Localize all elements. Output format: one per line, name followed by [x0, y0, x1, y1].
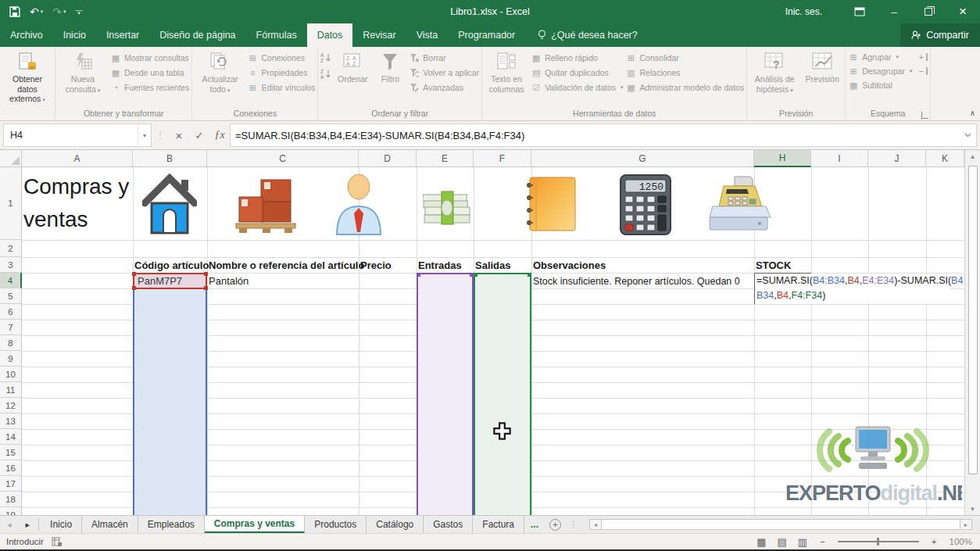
row-header-9[interactable]: 9	[0, 351, 22, 367]
hide-detail-button[interactable]: −	[919, 67, 928, 75]
boxes-icon[interactable]	[233, 177, 299, 234]
cell-g3[interactable]: Observaciones	[533, 257, 606, 273]
name-box-caret-icon[interactable]: ▾	[138, 124, 151, 146]
scroll-right-icon[interactable]: ▸	[960, 520, 971, 529]
show-detail-button[interactable]: +	[919, 53, 928, 61]
column-header-J[interactable]: J	[868, 150, 926, 167]
more-sheets-indicator[interactable]: ...	[524, 516, 545, 533]
ribbon-button-avanzadas[interactable]: Avanzadas	[409, 82, 479, 93]
sheet-tab-catalogo[interactable]: Catálogo	[367, 516, 424, 533]
macro-record-icon[interactable]	[52, 537, 62, 546]
cell-b3[interactable]: Código artículo	[134, 257, 209, 273]
cash-register-icon[interactable]	[705, 175, 772, 233]
row-header-17[interactable]: 17	[0, 476, 22, 492]
column-header-F[interactable]: F	[474, 150, 531, 167]
column-header-C[interactable]: C	[207, 150, 359, 167]
cell-a1-title[interactable]: Compras y ventas	[23, 170, 142, 239]
row-header-12[interactable]: 12	[0, 398, 22, 413]
ribbon-button-editar-vinculos[interactable]: ⊞Editar vínculos	[247, 82, 315, 93]
minimize-button[interactable]: –	[877, 0, 911, 23]
ribbon-tab-diseno-de-pagina[interactable]: Diseño de página	[149, 23, 245, 47]
ribbon-button-agrupar[interactable]: ⊞Agrupar▾	[848, 52, 899, 63]
sort-za-icon[interactable]: ZA	[320, 69, 331, 80]
ribbon-button-conexiones[interactable]: ⊞Conexiones	[247, 52, 315, 63]
row-header-8[interactable]: 8	[0, 335, 22, 351]
person-icon[interactable]	[333, 174, 384, 236]
ribbon-button-subtotal[interactable]: ▦Subtotal	[848, 80, 892, 91]
column-header-I[interactable]: I	[811, 150, 868, 167]
row-header-16[interactable]: 16	[0, 460, 22, 476]
ribbon-button-analisis-hipotesis[interactable]: ? Análisis de hipótesis▾	[749, 48, 799, 108]
redo-button[interactable]: ↷▾	[52, 5, 66, 18]
notebook-icon[interactable]	[519, 176, 580, 234]
ribbon-button-actualizar-todo[interactable]: Actualizar todo▾	[195, 48, 245, 108]
range-handle[interactable]	[204, 286, 208, 290]
page-break-view-icon[interactable]: ▥	[798, 536, 807, 548]
insert-function-button[interactable]: ƒx	[209, 129, 230, 141]
zoom-in-icon[interactable]: +	[932, 537, 937, 546]
row-header-4[interactable]: 4	[0, 273, 22, 288]
expand-formula-bar-icon[interactable]	[960, 123, 977, 147]
formula-input[interactable]: =SUMAR.SI(B4:B34,B4,E4:E34)-SUMAR.SI(B4:…	[230, 123, 960, 147]
sheet-nav-right-icon[interactable]: ▸	[19, 516, 38, 533]
scroll-left-icon[interactable]: ◂	[590, 520, 601, 529]
save-icon[interactable]	[9, 6, 20, 17]
select-all-corner[interactable]	[0, 150, 22, 167]
zoom-out-icon[interactable]: −	[820, 537, 825, 546]
cell-b4[interactable]: PanM7P7	[138, 274, 182, 288]
ribbon-button-administrar-modelo[interactable]: ▦Administrar modelo de datos	[626, 82, 745, 93]
ribbon-tab-formulas[interactable]: Fórmulas	[246, 23, 307, 47]
sort-az-icon[interactable]: AZ	[320, 52, 331, 63]
row-header-2[interactable]: 2	[0, 240, 22, 257]
ribbon-button-nueva-consulta[interactable]: Nueva consulta▾	[58, 48, 108, 108]
scroll-down-icon[interactable]: ▼	[970, 503, 976, 515]
row-header-11[interactable]: 11	[0, 382, 22, 398]
ribbon-button-desde-una-tabla[interactable]: ▦Desde una tabla	[110, 67, 189, 78]
cell-d3[interactable]: Precio	[360, 257, 392, 273]
sheet-nav-left-icon[interactable]: ◂	[0, 516, 19, 533]
column-header-B[interactable]: B	[133, 150, 207, 167]
tell-me-box[interactable]: ¿Qué desea hacer?	[538, 23, 638, 47]
zoom-slider-thumb[interactable]	[877, 538, 879, 546]
ribbon-tab-programador[interactable]: Programador	[448, 23, 525, 47]
home-icon[interactable]	[142, 174, 197, 236]
add-sheet-button[interactable]: +	[549, 519, 561, 531]
close-button[interactable]: ×	[946, 0, 980, 23]
sheet-tab-factura[interactable]: Factura	[473, 516, 524, 533]
ribbon-tab-datos[interactable]: Datos	[307, 23, 353, 47]
cell-g4[interactable]: Stock insuficiente. Reponer artículos. Q…	[533, 274, 740, 288]
row-header-3[interactable]: 3	[0, 257, 22, 273]
range-handle[interactable]	[474, 273, 477, 277]
row-header-15[interactable]: 15	[0, 445, 22, 460]
name-box[interactable]: H4 ▾	[3, 123, 152, 147]
ribbon-button-relleno-rapido[interactable]: ▦Relleno rápido	[531, 52, 623, 63]
ribbon-button-propiedades[interactable]: ≡Propiedades	[247, 67, 315, 78]
zoom-level[interactable]: 100%	[950, 537, 972, 546]
row-header-5[interactable]: 5	[0, 288, 22, 304]
range-handle[interactable]	[132, 286, 136, 290]
sheet-tab-compras-y-ventas[interactable]: Compras y ventas	[205, 516, 305, 533]
cell-e3[interactable]: Entradas	[418, 257, 462, 273]
scroll-up-icon[interactable]: ▲	[970, 150, 976, 163]
cell-c4[interactable]: Pantalón	[209, 274, 249, 288]
sheet-tab-gastos[interactable]: Gastos	[424, 516, 473, 533]
row-header-1[interactable]: 1	[0, 167, 22, 240]
ribbon-button-volver-a-aplicar[interactable]: Volver a aplicar	[409, 67, 479, 78]
sign-in-link[interactable]: Inic. ses.	[785, 6, 822, 17]
ribbon-tab-inicio[interactable]: Inicio	[53, 23, 96, 47]
column-header-E[interactable]: E	[417, 150, 474, 167]
column-header-K[interactable]: K	[926, 150, 964, 167]
dialog-launcher-icon[interactable]	[921, 112, 928, 119]
sheet-tab-empleados[interactable]: Empleados	[138, 516, 205, 533]
ribbon-tab-revisar[interactable]: Revisar	[352, 23, 406, 47]
ribbon-button-filtro[interactable]: Filtro	[374, 48, 406, 108]
range-handle[interactable]	[417, 273, 420, 277]
cancel-entry-button[interactable]: ×	[169, 129, 189, 142]
ribbon-tab-vista[interactable]: Vista	[406, 23, 449, 47]
ribbon-button-desagrupar[interactable]: ⊞Desagrupar▾	[848, 66, 912, 77]
row-header-14[interactable]: 14	[0, 429, 22, 445]
ribbon-button-fuentes-recientes[interactable]: ◔Fuentes recientes	[110, 82, 189, 93]
row-header-13[interactable]: 13	[0, 413, 22, 429]
undo-button[interactable]: ↶▾	[30, 5, 43, 18]
sheet-tab-almacen[interactable]: Almacén	[82, 516, 138, 533]
